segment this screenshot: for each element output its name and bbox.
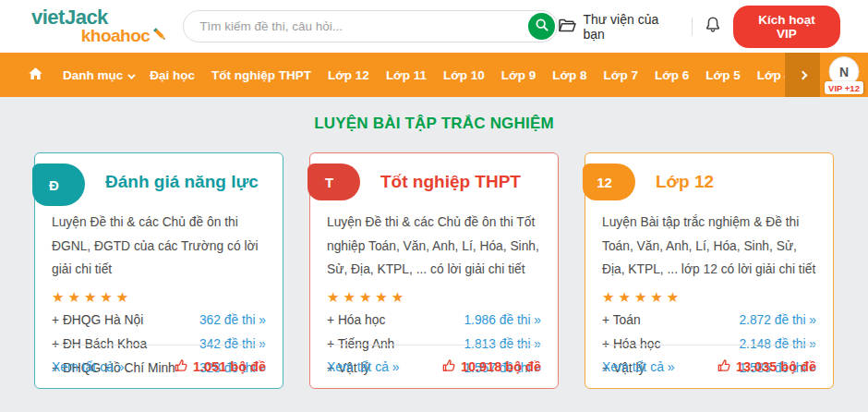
header-divider <box>692 18 693 36</box>
view-all-link[interactable]: Xem tất cả » <box>52 359 125 374</box>
total-count: 13.035 bộ đề <box>717 358 816 375</box>
card-footer: Xem tất cả » 13.035 bộ đề <box>602 345 816 388</box>
home-button[interactable] <box>20 67 51 84</box>
card-badge: 12 <box>583 164 635 200</box>
nav-item-lop-12[interactable]: Lớp 12 <box>319 68 378 82</box>
card-tot-nghiep-thpt: T Tốt nghiệp THPT Luyện Đề thi & các Chủ… <box>309 152 559 389</box>
card-footer: Xem tất cả » 10.918 bộ đề <box>327 345 541 388</box>
logo[interactable]: vietJack khoahoc <box>31 7 168 45</box>
nav-item-danh-muc[interactable]: Danh mục <box>54 68 141 82</box>
view-all-link[interactable]: Xem tất cả » <box>602 359 675 374</box>
top-header: vietJack khoahoc <box>0 0 868 53</box>
card-description: Luyện Đề thi & các Chủ đề ôn thi ĐGNL, Đ… <box>52 211 266 282</box>
nav-item-dai-hoc[interactable]: Đại học <box>141 68 203 82</box>
card-badge: T <box>307 164 360 200</box>
search-bar <box>183 10 558 42</box>
nav-item-lop-5[interactable]: Lớp 5 <box>697 68 748 82</box>
thumbs-up-icon <box>717 358 731 375</box>
library-link[interactable]: Thư viện của bạn <box>558 12 679 42</box>
folder-icon <box>558 18 576 36</box>
card-danh-gia-nang-luc: Đ Đánh giá năng lực Luyện Đề thi & các C… <box>34 152 283 389</box>
star-rating: ★★★★★ <box>602 289 816 306</box>
logo-line-1: vietJack <box>31 7 168 28</box>
exam-count-link[interactable]: 362 đề thi » <box>199 313 266 327</box>
exam-count-link[interactable]: 1.986 đề thi » <box>464 313 541 327</box>
notifications-bell[interactable] <box>705 16 721 37</box>
section-title: LUYỆN BÀI TẬP TRẮC NGHIỆM <box>0 97 868 133</box>
nav-item-lop-8[interactable]: Lớp 8 <box>544 68 595 82</box>
nav-item-tot-nghiep-thpt[interactable]: Tốt nghiệp THPT <box>203 68 319 82</box>
card-row: Đ Đánh giá năng lực Luyện Đề thi & các C… <box>34 152 834 389</box>
nav-scroll-right-button[interactable] <box>785 53 820 97</box>
star-rating: ★★★★★ <box>52 289 266 306</box>
exam-count-link[interactable]: 2.872 đề thi » <box>739 313 816 327</box>
nav-item-lop-10[interactable]: Lớp 10 <box>435 68 493 82</box>
activate-vip-button[interactable]: Kích hoạt VIP <box>733 6 840 48</box>
nav-item-lop-11[interactable]: Lớp 11 <box>378 68 435 82</box>
bell-icon <box>705 16 721 37</box>
logo-line-2: khoahoc <box>81 27 151 44</box>
card-title[interactable]: Tốt nghiệp THPT <box>380 169 543 195</box>
avatar-zone: N VIP +12 <box>820 53 868 97</box>
nav-item-lop-7[interactable]: Lớp 7 <box>596 68 646 82</box>
card-lop-12: 12 Lớp 12 Luyện Bài tập trắc nghiệm & Đề… <box>585 152 834 389</box>
search-input[interactable] <box>184 11 557 42</box>
thumbs-up-icon <box>442 358 456 375</box>
chevron-right-icon <box>798 70 807 79</box>
total-count: 1.051 bộ đề <box>175 358 266 375</box>
total-count: 10.918 bộ đề <box>442 358 541 375</box>
card-description: Luyện Đề thi & các Chủ đề ôn thi Tốt ngh… <box>327 211 541 282</box>
main-nav: Danh mục Đại học Tốt nghiệp THPT Lớp 12 … <box>0 53 868 97</box>
chevron-down-icon <box>127 71 135 79</box>
card-description: Luyện Bài tập trắc nghiệm & Đề thi Toán,… <box>602 211 816 282</box>
nav-item-lop-9[interactable]: Lớp 9 <box>493 68 544 82</box>
search-icon <box>535 18 549 35</box>
card-footer: Xem tất cả » 1.051 bộ đề <box>52 345 266 388</box>
library-label: Thư viện của bạn <box>583 12 679 42</box>
pencil-icon <box>151 26 168 45</box>
vip-count-badge: VIP +12 <box>825 81 863 94</box>
thumbs-up-icon <box>175 358 188 375</box>
home-icon <box>28 67 43 84</box>
list-item[interactable]: + Toán 2.872 đề thi » <box>602 309 816 333</box>
list-item[interactable]: + ĐHQG Hà Nội 362 đề thi » <box>52 309 266 333</box>
card-title[interactable]: Lớp 12 <box>656 169 818 195</box>
star-rating: ★★★★★ <box>327 289 541 306</box>
nav-item-lop-6[interactable]: Lớp 6 <box>646 68 697 82</box>
card-badge: Đ <box>32 164 85 206</box>
list-item[interactable]: + Hóa học 1.986 đề thi » <box>327 309 541 333</box>
card-title[interactable]: Đánh giá năng lực <box>105 169 268 195</box>
view-all-link[interactable]: Xem tất cả » <box>327 359 400 374</box>
